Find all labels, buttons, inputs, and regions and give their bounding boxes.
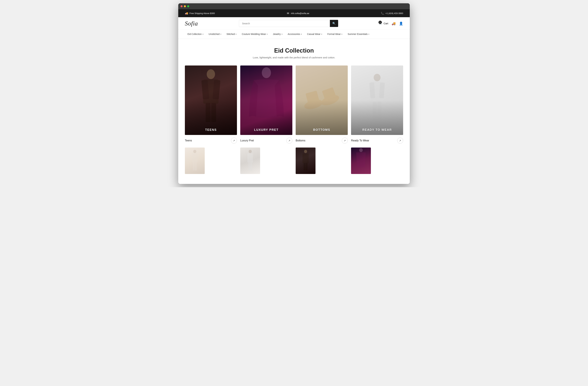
product-card-footer-teens: Teens ↗ xyxy=(185,137,237,144)
product-image-ready: READY TO WEAR xyxy=(351,65,403,135)
nav-item-jewelry[interactable]: Jewelry ▾ xyxy=(270,30,285,39)
product-image-row2-2 xyxy=(240,148,260,174)
chevron-down-icon: ▾ xyxy=(282,33,282,35)
logo[interactable]: Sofia xyxy=(185,20,198,27)
product-name-ready: Ready To Wear xyxy=(351,139,369,142)
chevron-down-icon: ▾ xyxy=(203,33,203,35)
svg-rect-24 xyxy=(250,162,252,170)
svg-rect-23 xyxy=(248,162,250,170)
chevron-down-icon: ▾ xyxy=(236,33,236,35)
search-input[interactable] xyxy=(239,20,338,27)
product-image-row2-1 xyxy=(185,148,205,174)
phone-info: 📞 +1 (424) 433-3993 xyxy=(381,12,403,15)
cart-button[interactable]: 5 🛒 Cart xyxy=(379,22,388,25)
cart-label: Cart xyxy=(384,22,388,25)
figure-r2-1 xyxy=(188,148,202,174)
minimize-dot[interactable] xyxy=(184,5,186,7)
nav-item-casual-wear[interactable]: Casual Wear ▾ xyxy=(304,30,325,39)
phone-icon: 📞 xyxy=(381,12,384,15)
svg-rect-27 xyxy=(304,163,305,171)
product-img-teens: TEENS xyxy=(185,65,237,135)
truck-icon: 🚚 xyxy=(185,12,188,15)
nav-item-eid-collection[interactable]: Eid Collection ▾ xyxy=(185,30,206,39)
product-card-bottoms[interactable]: BOTTOMS Bottoms ↗ xyxy=(296,65,348,144)
figure-r2-2 xyxy=(243,148,257,174)
user-icon[interactable]: 👤 xyxy=(399,21,403,25)
product-card-row2-4[interactable] xyxy=(351,148,403,174)
nav-item-summer[interactable]: Summer Essentials ▾ xyxy=(345,30,372,39)
email-text: info.sofia@sofia.ae xyxy=(291,12,309,15)
product-card-row2-1[interactable] xyxy=(185,148,237,174)
product-image-teens: TEENS xyxy=(185,65,237,135)
image-overlay-ready: READY TO WEAR xyxy=(351,100,403,135)
browser-content: 🚚 Free Shipping Above $300 ✉ info.sofia@… xyxy=(178,9,410,184)
browser-window: 🚚 Free Shipping Above $300 ✉ info.sofia@… xyxy=(178,3,410,184)
shipping-info: 🚚 Free Shipping Above $300 xyxy=(185,12,215,15)
svg-rect-26 xyxy=(303,153,309,163)
nav-label-unstitched: Unstitched xyxy=(209,33,220,35)
product-card-ready-to-wear[interactable]: READY TO WEAR Ready To Wear ↗ xyxy=(351,65,403,144)
chevron-down-icon: ▾ xyxy=(267,33,268,35)
svg-point-0 xyxy=(207,69,215,79)
nav-label-eid: Eid Collection xyxy=(188,33,202,35)
arrow-button-bottoms[interactable]: ↗ xyxy=(342,138,348,144)
search-button[interactable]: 🔍 xyxy=(330,20,338,27)
nav-item-unstitched[interactable]: Unstitched ▾ xyxy=(206,30,224,39)
nav-item-couture[interactable]: Couture Wedding Wear ▾ xyxy=(239,30,270,39)
product-grid-row2 xyxy=(185,148,403,174)
nav-item-stitched[interactable]: Stitched ▾ xyxy=(224,30,239,39)
product-card-row2-3[interactable] xyxy=(296,148,348,174)
close-dot[interactable] xyxy=(181,5,183,7)
svg-point-29 xyxy=(359,148,363,152)
overlay-text-luxury: LUXURY PRET xyxy=(254,128,278,132)
svg-rect-18 xyxy=(192,153,198,162)
shipping-text: Free Shipping Above $300 xyxy=(189,12,215,15)
overlay-text-ready: READY TO WEAR xyxy=(362,128,392,132)
nav-item-formal-wear[interactable]: Formal Wear ▾ xyxy=(325,30,345,39)
svg-point-17 xyxy=(193,150,196,153)
nav-label-jewelry: Jewelry xyxy=(273,33,281,35)
arrow-button-luxury[interactable]: ↗ xyxy=(286,138,292,144)
delivery-icon[interactable]: 🚚 xyxy=(392,21,396,25)
product-name-teens: Teens xyxy=(185,139,192,142)
cart-badge: 5 xyxy=(378,21,382,24)
arrow-button-teens[interactable]: ↗ xyxy=(231,138,237,144)
chevron-down-icon: ▾ xyxy=(321,33,322,35)
svg-point-6 xyxy=(262,67,271,78)
collection-subtitle: Luxe, lightweight, and made with the per… xyxy=(185,56,403,59)
svg-point-21 xyxy=(249,150,252,153)
overlay-text-teens: TEENS xyxy=(205,128,217,132)
product-grid-row1: TEENS Teens ↗ xyxy=(185,65,403,144)
maximize-dot[interactable] xyxy=(187,5,189,7)
product-name-bottoms: Bottoms xyxy=(296,139,305,142)
nav-label-couture: Couture Wedding Wear xyxy=(242,33,266,35)
nav-item-accessories[interactable]: Accessories ▾ xyxy=(285,30,304,39)
product-image-luxury-pret: LUXURY PRET xyxy=(240,65,292,135)
image-overlay-luxury: LUXURY PRET xyxy=(240,100,292,135)
product-img-ready: READY TO WEAR xyxy=(351,65,403,135)
svg-rect-19 xyxy=(193,162,195,170)
svg-point-25 xyxy=(304,150,307,153)
header-actions: 5 🛒 Cart 🚚 👤 xyxy=(379,21,403,25)
navigation: Eid Collection ▾ Unstitched ▾ Stitched ▾… xyxy=(178,30,410,39)
header: Sofia 🔍 5 🛒 Cart 🚚 👤 xyxy=(178,17,410,30)
svg-rect-20 xyxy=(195,162,197,170)
collection-title: Eid Collection xyxy=(185,47,403,54)
product-card-footer-bottoms: Bottoms ↗ xyxy=(296,137,348,144)
figure-r2-3 xyxy=(299,148,313,174)
product-img-row2-2 xyxy=(240,148,260,174)
product-image-row2-3 xyxy=(296,148,315,174)
chevron-down-icon: ▾ xyxy=(341,33,342,35)
product-card-luxury-pret[interactable]: LUXURY PRET Luxury Pret ↗ xyxy=(240,65,292,144)
nav-label-stitched: Stitched xyxy=(227,33,235,35)
product-img-row2-1 xyxy=(185,148,205,174)
product-card-teens[interactable]: TEENS Teens ↗ xyxy=(185,65,237,144)
product-img-bottoms: BOTTOMS xyxy=(296,65,348,135)
arrow-button-ready[interactable]: ↗ xyxy=(397,138,403,144)
main-content: Eid Collection Luxe, lightweight, and ma… xyxy=(178,39,410,184)
chevron-down-icon: ▾ xyxy=(301,33,302,35)
nav-label-summer: Summer Essentials xyxy=(348,33,368,35)
search-container: 🔍 xyxy=(239,20,338,27)
svg-rect-22 xyxy=(247,153,253,162)
product-card-row2-2[interactable] xyxy=(240,148,292,174)
